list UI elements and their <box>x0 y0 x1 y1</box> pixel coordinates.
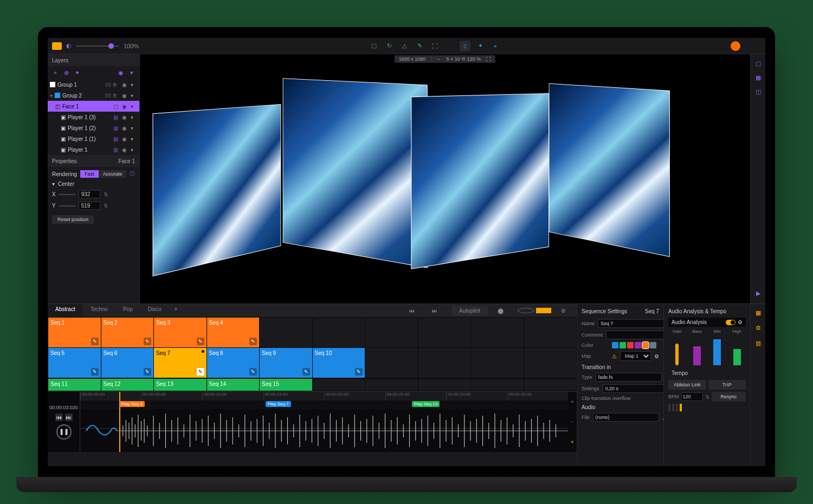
seq-cell[interactable]: Seq 5✎ <box>48 348 101 378</box>
pause-button[interactable]: ❚❚ <box>56 424 72 440</box>
add-group-icon[interactable]: ⊕ <box>62 68 70 77</box>
seq-cell[interactable]: Seq 1✎ <box>48 318 101 347</box>
eye-icon[interactable]: ◉ <box>122 93 128 99</box>
x-slider[interactable] <box>59 194 75 195</box>
audio-file-input[interactable] <box>593 413 659 422</box>
tab-techno[interactable]: Techno <box>83 304 115 317</box>
marker[interactable]: Play Seq 7 <box>266 401 291 407</box>
crop-icon[interactable]: ▢ <box>369 41 379 51</box>
stepper-icon[interactable]: ⇅ <box>104 191 108 197</box>
seq-cell-empty[interactable] <box>260 318 312 347</box>
chevron-icon[interactable]: ▾ <box>131 125 137 131</box>
eye-icon[interactable]: ◉ <box>122 136 128 142</box>
resync-button[interactable]: Resync <box>712 392 746 402</box>
palette-icon[interactable] <box>731 41 740 51</box>
layer-row[interactable]: Group 1 (0) ⎘ ◉ ▾ <box>48 79 139 90</box>
layer-row[interactable]: ▣ Player 1 (3) ▦ ◉ ▾ <box>48 112 139 122</box>
bars-icon[interactable]: ▥ <box>753 338 764 348</box>
seq-cell[interactable]: Seq 8✎ <box>207 348 260 378</box>
link-icon[interactable]: ⎘ <box>113 93 120 99</box>
seq-cell[interactable]: Seq 3✎ <box>154 318 207 347</box>
next-seq-icon[interactable]: ⏭ <box>424 306 445 316</box>
output-icon[interactable]: ▶ <box>753 288 763 298</box>
record-icon[interactable] <box>518 308 534 313</box>
collapse-icon[interactable]: ▾ <box>127 68 136 77</box>
rotate-icon[interactable]: ↻ <box>384 41 395 51</box>
gear-icon[interactable]: ⚙ <box>654 353 659 359</box>
eye-icon[interactable]: ◉ <box>122 82 128 88</box>
seq-cell[interactable]: Seq 6✎ <box>101 348 154 378</box>
seq-cell[interactable]: Seq 13 <box>154 379 207 391</box>
zoom-in-icon[interactable]: + <box>568 392 577 412</box>
stack-icon[interactable]: ▦ <box>113 125 120 131</box>
preview-viewport[interactable]: 1920 x 1080 ↔ 5 × 10 ⟲ 120 % ⛶ <box>140 54 750 303</box>
seq-cell[interactable]: Seq 4✎ <box>207 318 260 347</box>
transition-type-input[interactable] <box>596 373 662 382</box>
grid-view-icon[interactable]: ▦ <box>753 307 764 318</box>
reset-position-button[interactable]: Reset position <box>52 215 94 224</box>
analysis-toggle[interactable] <box>726 320 735 325</box>
stack-icon[interactable]: ▦ <box>113 114 120 120</box>
add-icon[interactable]: + <box>490 41 501 51</box>
center-section[interactable]: Center <box>58 181 74 187</box>
effects-icon[interactable]: ✦ <box>73 68 81 77</box>
transform-icon[interactable]: ⛶ <box>429 41 440 51</box>
stack-icon[interactable]: ▦ <box>113 136 120 142</box>
sliders-icon[interactable]: ⚙ <box>753 322 764 333</box>
link-icon[interactable]: ⎘ <box>113 82 120 88</box>
transition-duration-input[interactable] <box>603 384 669 393</box>
waveform[interactable] <box>80 409 568 452</box>
color-swatch[interactable] <box>620 342 626 348</box>
info-icon[interactable]: ⓘ <box>130 170 135 178</box>
mask-icon[interactable]: ▢ <box>113 104 120 109</box>
color-swatch[interactable] <box>627 342 634 348</box>
y-slider[interactable] <box>59 205 75 206</box>
stepper-icon[interactable]: ⇅ <box>705 394 709 400</box>
triangle-icon[interactable]: △ <box>399 41 410 51</box>
layer-row[interactable]: ▣ Player 1 ▦ ◉ ▾ <box>48 144 139 155</box>
eye-icon[interactable]: ◉ <box>122 147 128 153</box>
stack-icon[interactable]: ▦ <box>113 147 120 153</box>
prev-seq-icon[interactable]: ⏮ <box>402 306 422 316</box>
layer-row-selected[interactable]: ◫ Face 1 ▢ ◉ ▾ <box>48 101 139 112</box>
snap-icon[interactable]: ✦ <box>475 41 486 51</box>
seq-cell[interactable]: Seq 2✎ <box>101 318 154 347</box>
tab-abstract[interactable]: Abstract <box>48 304 83 317</box>
pen-icon[interactable]: ✎ <box>414 41 425 51</box>
autopilot-toggle[interactable]: ⬤ <box>490 306 511 316</box>
x-input[interactable] <box>79 190 100 198</box>
map-select[interactable]: Map 1 <box>620 351 651 361</box>
chevron-icon[interactable]: ▾ <box>131 93 137 99</box>
marker[interactable]: Play Seq 13 <box>412 401 440 407</box>
visibility-icon[interactable]: ◉ <box>117 68 125 77</box>
color-swatch[interactable] <box>650 342 656 348</box>
timeline-next-icon[interactable]: ⏭ <box>65 413 73 421</box>
seq-cell-active[interactable]: Seq 7✎ <box>154 348 207 378</box>
eye-icon[interactable]: ◉ <box>122 104 128 109</box>
chevron-icon[interactable]: ▾ <box>131 114 137 120</box>
settings-icon[interactable]: ⚙ <box>553 306 573 316</box>
chevron-icon[interactable]: ▾ <box>131 104 137 109</box>
chevron-icon[interactable]: ▾ <box>131 136 137 142</box>
contrast-icon[interactable]: ◐ <box>66 42 72 49</box>
stepper-icon[interactable]: ⇅ <box>104 203 108 209</box>
playhead[interactable] <box>119 392 120 452</box>
marker[interactable]: Play Seq 3 <box>119 401 145 407</box>
chevron-icon[interactable]: ▾ <box>131 147 137 153</box>
grid-icon[interactable]: ▦ <box>753 73 763 82</box>
panel-icon[interactable]: ▢ <box>753 59 763 68</box>
seq-cell[interactable]: Seq 11 <box>48 379 101 391</box>
layer-row[interactable]: ▾ Group 2 (5) ⎘ ◉ ▾ <box>48 90 139 101</box>
seq-cell[interactable]: Seq 15 <box>260 379 312 391</box>
seq-comment-input[interactable] <box>606 331 672 339</box>
eye-icon[interactable]: ◉ <box>122 125 128 131</box>
tab-disco[interactable]: Disco <box>140 304 169 317</box>
layer-row[interactable]: ▣ Player 1 (1) ▦ ◉ ▾ <box>48 133 139 144</box>
layers-icon[interactable]: ◫ <box>753 87 763 96</box>
add-layer-icon[interactable]: + <box>51 68 60 77</box>
add-marker-icon[interactable]: + <box>568 432 577 452</box>
bpm-input[interactable] <box>681 392 703 401</box>
seq-cell[interactable]: Seq 14 <box>207 379 260 391</box>
seq-cell[interactable]: Seq 10✎ <box>313 348 365 378</box>
rendering-toggle[interactable]: Fast Accurate <box>80 170 126 178</box>
